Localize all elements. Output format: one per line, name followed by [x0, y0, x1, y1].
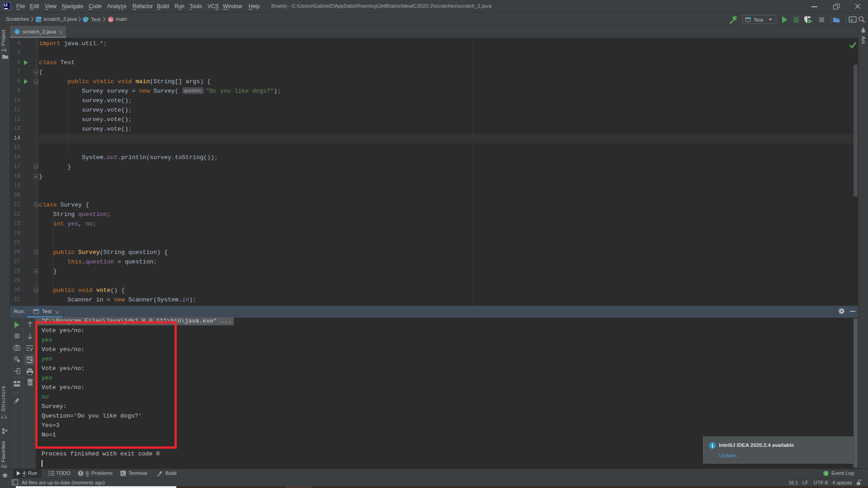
svg-text:1: 1	[825, 471, 827, 476]
svg-text:C: C	[16, 29, 19, 34]
svg-text:m: m	[109, 17, 113, 22]
